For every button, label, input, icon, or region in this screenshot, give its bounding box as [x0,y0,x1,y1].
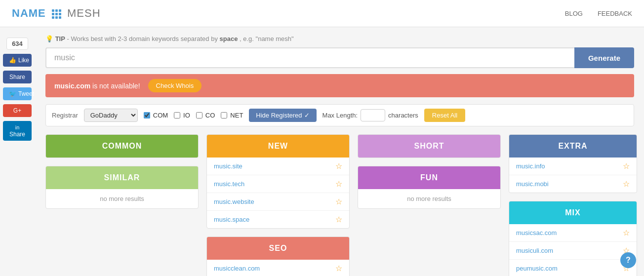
results-grid: COMMON SIMILAR no more results NEW music… [45,134,634,276]
search-row: Generate [45,47,634,68]
col-short-fun: SHORT FUN no more results [358,134,501,276]
short-header[interactable]: SHORT [358,135,500,158]
sidebar: 634 👍 Like Share 🐦 Tweet G+ in Share [0,30,35,141]
nav-feedback[interactable]: FEEDBACK [598,10,632,17]
list-item: music.website ☆ [207,193,349,211]
tip-space-word: space [220,35,238,42]
mix-header[interactable]: MIX [509,201,637,224]
characters-label: characters [388,112,418,119]
registrar-select[interactable]: GoDaddy Namecheap Name.com [84,109,138,122]
header-nav: BLOG FEEDBACK [565,10,632,17]
tip-example: , e.g. "name mesh" [240,35,294,42]
list-item: music.site ☆ [207,158,349,175]
star-icon-3[interactable]: ☆ [335,215,342,224]
header: NAME MESH BLOG FEEDBACK [0,0,644,27]
logo-mesh: MESH [67,7,101,19]
like-button[interactable]: 👍 Like [3,54,32,67]
mix-domain-1[interactable]: musiculi.com [516,247,553,254]
io-label: IO [183,112,190,119]
availability-message: music.com is not available! [54,82,140,90]
tip-bar: 💡 TIP - Works best with 2-3 domain keywo… [45,35,634,42]
net-checkbox-group: NET [221,112,243,119]
similar-body: no more results [46,189,198,208]
extra-star-1[interactable]: ☆ [623,179,630,189]
common-header[interactable]: COMMON [46,135,198,158]
linkedin-icon: in [15,124,20,130]
generate-button[interactable]: Generate [574,47,634,68]
max-length-input[interactable] [361,109,385,121]
extra-domain-0[interactable]: music.info [516,162,545,170]
seo-star-0[interactable]: ☆ [335,264,342,273]
not-available-bar: music.com is not available! Check Whois [45,74,634,97]
new-domain-3[interactable]: music.space [214,216,249,223]
mix-domain-2[interactable]: peumusic.com [516,265,558,272]
similar-section: SIMILAR no more results [45,166,199,209]
io-checkbox-group: IO [174,112,190,119]
net-checkbox[interactable] [221,112,227,118]
registrar-label: Registrar [52,112,78,119]
co-checkbox[interactable] [196,112,202,118]
new-body: music.site ☆ music.tech ☆ music.website … [207,158,349,228]
com-checkbox-group: COM [144,112,168,119]
logo-name: NAME [12,7,46,19]
fun-header[interactable]: FUN [358,166,500,189]
star-icon-1[interactable]: ☆ [335,179,342,189]
tweet-button[interactable]: 🐦 Tweet [3,87,32,100]
seo-header[interactable]: SEO [207,237,349,260]
extra-body: music.info ☆ music.mobi ☆ [509,158,637,193]
co-checkbox-group: CO [196,112,215,119]
main: 💡 TIP - Works best with 2-3 domain keywo… [36,27,644,276]
new-domain-0[interactable]: music.site [214,162,242,170]
list-item: music.space ☆ [207,211,349,228]
mix-domain-0[interactable]: musicsac.com [516,229,557,237]
fun-no-results: no more results [358,189,500,208]
fun-body: no more results [358,189,500,208]
options-row: Registrar GoDaddy Namecheap Name.com COM… [45,104,634,126]
col-common-similar: COMMON SIMILAR no more results [45,134,199,276]
star-icon-2[interactable]: ☆ [335,197,342,206]
sidebar-count: 634 [6,38,28,50]
hide-registered-button[interactable]: Hide Registered ✓ [249,109,316,122]
list-item: peumusic.com ☆ [509,260,637,276]
unavailable-domain: music.com [54,82,90,90]
tip-label: TIP [55,35,65,42]
seo-section: SEO musicclean.com ☆ musicchase.com ☆ bu… [206,237,350,276]
linkedin-share-button[interactable]: in Share [3,121,32,141]
new-domain-1[interactable]: music.tech [214,180,244,188]
com-checkbox[interactable] [144,112,150,118]
fun-section: FUN no more results [358,166,501,209]
list-item: musiculi.com ☆ [509,242,637,260]
check-whois-button[interactable]: Check Whois [148,79,202,92]
list-item: musicclean.com ☆ [207,260,349,276]
star-icon-0[interactable]: ☆ [335,161,342,171]
list-item: musicsac.com ☆ [509,224,637,242]
extra-domain-1[interactable]: music.mobi [516,180,549,188]
new-domain-2[interactable]: music.website [214,198,254,205]
io-checkbox[interactable] [174,112,180,118]
new-header[interactable]: NEW [207,135,349,158]
extra-star-0[interactable]: ☆ [623,161,630,171]
extra-header[interactable]: EXTRA [509,135,637,158]
gplus-button[interactable]: G+ [3,104,32,117]
list-item: music.tech ☆ [207,175,349,193]
logo-grid-icon [52,9,61,19]
similar-header[interactable]: SIMILAR [46,166,198,189]
seo-body: musicclean.com ☆ musicchase.com ☆ builde… [207,260,349,276]
com-label: COM [153,112,168,119]
similar-no-results: no more results [46,189,198,208]
seo-domain-0[interactable]: musicclean.com [214,265,260,272]
facebook-share-button[interactable]: Share [3,71,32,83]
max-length-group: Max Length: characters [322,109,418,121]
help-button[interactable]: ? [620,252,636,268]
list-item: music.info ☆ [509,158,637,175]
reset-all-button[interactable]: Reset All [424,109,465,122]
extra-section: EXTRA music.info ☆ music.mobi ☆ [509,134,637,193]
nav-blog[interactable]: BLOG [565,10,583,17]
mix-body: musicsac.com ☆ musiculi.com ☆ peumusic.c… [509,224,637,276]
net-label: NET [230,112,243,119]
thumbs-up-icon: 👍 [9,57,16,64]
mix-star-0[interactable]: ☆ [623,228,630,237]
co-label: CO [205,112,215,119]
search-input[interactable] [45,47,574,68]
short-section: SHORT [358,134,501,158]
